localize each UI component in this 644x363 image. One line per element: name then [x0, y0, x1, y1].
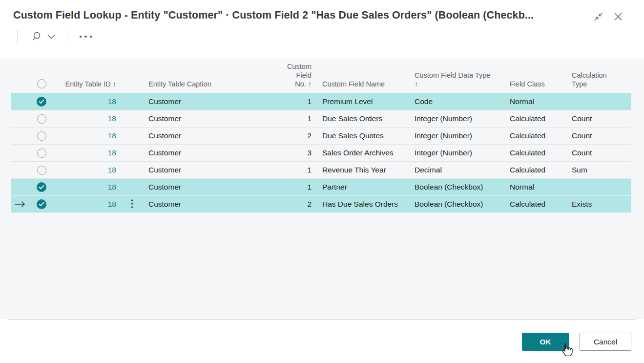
footer-divider	[8, 319, 636, 320]
checked-circle-icon	[37, 199, 46, 209]
cell-custom-field-no[interactable]: 1	[273, 183, 312, 192]
column-header-entity-table-caption[interactable]: Entity Table Caption	[146, 80, 273, 88]
cell-calculation-type[interactable]: Sum	[570, 166, 631, 174]
row-checkbox[interactable]	[29, 131, 54, 141]
cell-calculation-type[interactable]: Count	[570, 131, 631, 140]
unchecked-circle-icon	[37, 131, 46, 141]
cell-custom-field-name[interactable]: Due Sales Quotes	[312, 131, 413, 140]
search-icon	[32, 31, 43, 42]
collapse-button[interactable]	[592, 10, 605, 23]
custom-fields-table: Entity Table ID ↑ Entity Table Caption C…	[11, 59, 631, 213]
cell-custom-field-data-type[interactable]: Boolean (Checkbox)	[413, 200, 508, 209]
column-header-custom-field-no[interactable]: Custom Field No. ↑	[273, 62, 312, 88]
row-checkbox[interactable]	[29, 97, 54, 107]
cell-calculation-type[interactable]: Count	[570, 149, 631, 157]
table-row[interactable]: 18 Customer 3 Sales Order Archives Integ…	[11, 144, 631, 161]
cell-entity-table-id[interactable]: 18	[54, 97, 117, 106]
cell-custom-field-name[interactable]: Sales Order Archives	[312, 149, 413, 157]
cell-custom-field-no[interactable]: 2	[273, 200, 312, 209]
cell-calculation-type[interactable]: Exists	[570, 200, 631, 209]
cell-custom-field-data-type[interactable]: Decimal	[413, 166, 508, 174]
cell-entity-table-caption[interactable]: Customer	[146, 114, 273, 123]
cell-custom-field-data-type[interactable]: Integer (Number)	[413, 131, 508, 140]
cell-field-class[interactable]: Calculated	[508, 200, 570, 209]
cell-custom-field-name[interactable]: Revenue This Year	[312, 166, 413, 174]
cell-entity-table-id[interactable]: 18	[54, 131, 117, 140]
cell-custom-field-data-type[interactable]: Integer (Number)	[413, 114, 508, 123]
cell-field-class[interactable]: Calculated	[508, 131, 570, 140]
arrow-right-icon	[15, 201, 25, 208]
cell-custom-field-no[interactable]: 1	[273, 97, 312, 106]
table-panel: Entity Table ID ↑ Entity Table Caption C…	[0, 59, 644, 319]
cell-entity-table-caption[interactable]: Customer	[146, 166, 273, 174]
cell-entity-table-id[interactable]: 18	[54, 166, 117, 174]
footer: OK Cancel	[522, 333, 631, 351]
cell-custom-field-no[interactable]: 3	[273, 149, 312, 157]
cell-entity-table-id[interactable]: 18	[54, 114, 117, 123]
cell-field-class[interactable]: Normal	[508, 97, 570, 106]
column-header-custom-field-name[interactable]: Custom Field Name	[312, 80, 413, 88]
cell-entity-table-id[interactable]: 18	[54, 183, 117, 192]
table-row[interactable]: 18 Customer 1 Revenue This Year Decimal …	[11, 161, 631, 178]
select-all-checkbox[interactable]	[29, 79, 54, 88]
cell-entity-table-id[interactable]: 18	[54, 200, 117, 209]
cancel-button[interactable]: Cancel	[580, 333, 631, 351]
cell-custom-field-name[interactable]: Partner	[312, 183, 413, 192]
more-options-button[interactable]	[79, 29, 93, 44]
unchecked-circle-icon	[37, 114, 46, 124]
title-bar: Custom Field Lookup - Entity "Customer" …	[0, 0, 644, 28]
close-icon	[612, 11, 624, 22]
cell-custom-field-data-type[interactable]: Code	[413, 97, 508, 106]
cell-custom-field-no[interactable]: 1	[273, 166, 312, 174]
table-body: 18 Customer 1 Premium Level Code Normal …	[11, 93, 631, 213]
table-row[interactable]: 18 Customer 1 Premium Level Code Normal	[11, 93, 631, 110]
cell-custom-field-no[interactable]: 1	[273, 114, 312, 123]
divider	[67, 30, 67, 43]
row-checkbox[interactable]	[29, 199, 54, 209]
column-header-field-class[interactable]: Field Class	[508, 80, 570, 88]
table-row[interactable]: 18 Customer 1 Due Sales Orders Integer (…	[11, 110, 631, 127]
table-row[interactable]: 18 Customer 2 Has Due Sales Orders Boole…	[11, 195, 631, 213]
cell-custom-field-name[interactable]: Has Due Sales Orders	[312, 200, 413, 209]
table-header-row: Entity Table ID ↑ Entity Table Caption C…	[11, 59, 631, 93]
column-header-calculation-type[interactable]: Calculation Type	[570, 71, 631, 88]
cell-entity-table-caption[interactable]: Customer	[146, 149, 273, 157]
column-header-entity-table-id[interactable]: Entity Table ID ↑	[54, 80, 117, 88]
cell-entity-table-caption[interactable]: Customer	[146, 131, 273, 140]
row-checkbox[interactable]	[29, 182, 54, 192]
unchecked-circle-icon	[37, 149, 46, 158]
row-checkbox[interactable]	[29, 114, 54, 124]
cell-entity-table-caption[interactable]: Customer	[146, 200, 273, 209]
checked-circle-icon	[37, 97, 46, 107]
cell-field-class[interactable]: Normal	[508, 183, 570, 192]
row-menu-cell	[117, 197, 146, 212]
ok-button[interactable]: OK	[522, 333, 569, 351]
close-button[interactable]	[611, 10, 625, 23]
cell-custom-field-no[interactable]: 2	[273, 131, 312, 140]
cell-entity-table-caption[interactable]: Customer	[146, 97, 273, 106]
cell-field-class[interactable]: Calculated	[508, 149, 570, 157]
cell-calculation-type[interactable]: Count	[570, 114, 631, 123]
row-checkbox[interactable]	[29, 149, 54, 158]
table-row[interactable]: 18 Customer 1 Partner Boolean (Checkbox)…	[11, 178, 631, 195]
divider	[17, 30, 18, 43]
action-bar	[0, 27, 644, 46]
search-button[interactable]	[32, 29, 55, 44]
cell-entity-table-id[interactable]: 18	[54, 149, 117, 157]
cell-field-class[interactable]: Calculated	[508, 114, 570, 123]
page-title: Custom Field Lookup - Entity "Customer" …	[13, 9, 584, 21]
cell-custom-field-name[interactable]: Due Sales Orders	[312, 114, 413, 123]
column-header-custom-field-data-type[interactable]: Custom Field Data Type ↑	[413, 71, 508, 88]
unchecked-circle-icon	[37, 166, 46, 175]
cell-field-class[interactable]: Calculated	[508, 166, 570, 174]
chevron-down-icon	[47, 34, 55, 39]
table-row[interactable]: 18 Customer 2 Due Sales Quotes Integer (…	[11, 127, 631, 144]
current-row-indicator	[11, 201, 29, 208]
cell-custom-field-data-type[interactable]: Integer (Number)	[413, 149, 508, 157]
row-checkbox[interactable]	[29, 166, 54, 175]
row-options-button[interactable]	[127, 197, 137, 212]
cell-custom-field-data-type[interactable]: Boolean (Checkbox)	[413, 183, 508, 192]
cell-custom-field-name[interactable]: Premium Level	[312, 97, 413, 106]
ellipsis-icon	[79, 35, 93, 38]
cell-entity-table-caption[interactable]: Customer	[146, 183, 273, 192]
